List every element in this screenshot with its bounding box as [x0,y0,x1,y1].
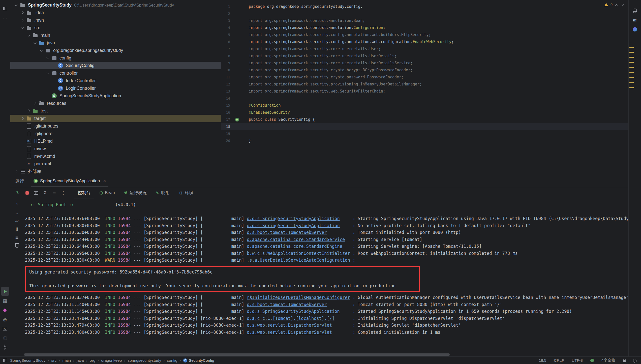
ai-assistant-icon[interactable] [631,25,639,34]
chevron-open-icon[interactable] [45,55,51,61]
tree-item-java[interactable]: java [10,39,221,47]
tree-item-logincontroller[interactable]: LoginController [10,84,221,92]
tree-item-gitattributes[interactable]: .gitattributes [10,122,221,130]
breadcrumb-item-springsecuritystudy[interactable]: springsecuritystudy [128,358,161,363]
view-tab-health[interactable]: ♥运行状况 [120,188,150,198]
tree-item-springsecuritystudy[interactable]: SpringSecurityStudyC:\Users\dragonkeep\D… [10,1,221,9]
logger-link[interactable]: o.s.boot.tomcat.TomcatWebServer [247,302,327,307]
edit-configuration-icon[interactable]: ≡ [50,189,58,197]
maven-icon[interactable]: m [631,16,639,24]
tree-item-mvnw-cmd[interactable]: mvnw.cmd [10,153,221,160]
soft-wrap-icon[interactable]: ↩ [13,217,21,225]
view-tab-console[interactable]: 控制台 [74,188,94,198]
breadcrumb-item-src[interactable]: src [51,358,57,363]
breadcrumb-item-dragonkeep[interactable]: dragonkeep [101,358,122,363]
scrollbar-thumb[interactable] [24,353,450,356]
tree-item-src[interactable]: src [10,24,221,32]
logger-link[interactable]: r$InitializeUserDetailsManagerConfigurer [247,295,350,300]
logger-link[interactable]: o.s.boot.tomcat.TomcatWebServer [247,230,327,235]
build-icon[interactable]: ▦ [1,296,9,305]
logger-link[interactable]: o.s.web.servlet.DispatcherServlet [247,330,332,335]
breadcrumb-item-java[interactable]: java [77,358,84,363]
breadcrumb-item-org[interactable]: org [90,358,95,363]
breadcrumb-item-config[interactable]: config [167,358,177,363]
readonly-lock-icon[interactable] [623,360,626,362]
inspections-widget[interactable]: 9 [604,3,624,7]
notifications-icon[interactable] [1,306,9,314]
view-tab-mapping[interactable]: ↯映射 [152,188,173,198]
spring-bean-gutter-icon[interactable] [235,118,239,122]
chevron-open-icon[interactable] [13,2,19,8]
indent-setting[interactable]: 4个空格 [601,358,615,363]
view-tab-bean[interactable]: Bean [96,188,118,198]
tree-item-mvnw[interactable]: mvnw [10,145,221,153]
chevron-closed-icon[interactable] [20,9,26,16]
tree-item-controller[interactable]: controller [10,69,221,77]
thread-dump-icon[interactable] [32,189,40,197]
scroll-down-icon[interactable]: ↓ [13,209,21,217]
chevron-open-icon[interactable] [39,47,45,54]
tree-item-springsecuritystudyapplication[interactable]: SpringSecurityStudyApplication [10,92,221,100]
chevron-closed-icon[interactable] [13,168,19,175]
run-content-tab[interactable]: SpringSecurityStudyApplication × [31,175,108,187]
tree-item-mvn[interactable]: .mvn [10,16,221,24]
chevron-closed-icon[interactable] [20,115,26,122]
tree-item-target[interactable]: target [10,115,221,122]
chevron-open-icon[interactable] [45,70,51,76]
tree-item-help-md[interactable]: HELP.md [10,137,221,145]
chevron-closed-icon[interactable] [26,108,32,114]
breadcrumb-item-main[interactable]: main [62,358,71,363]
console-horizontal-scrollbar[interactable] [10,353,628,356]
scroll-up-icon[interactable]: ↑ [13,201,21,209]
print-icon[interactable]: ≣ [13,233,21,241]
terminal-icon[interactable] [1,324,9,333]
chevron-open-icon[interactable] [20,24,26,31]
tree-item-org-dragonkeep-springsecuritystudy[interactable]: org.dragonkeep.springsecuritystudy [10,47,221,54]
chevron-closed-icon[interactable] [20,17,26,23]
logger-link[interactable]: o.apache.catalina.core.StandardService [247,237,345,242]
logger-link[interactable]: o.d.s.SpringSecurityStudyApplication [247,223,340,228]
chevron-open-icon[interactable] [32,40,38,46]
tree-item-config[interactable]: config [10,54,221,62]
status-window-icon[interactable] [3,359,7,362]
chevron-open-icon[interactable] [26,32,32,39]
scroll-to-end-icon[interactable]: ⇊ [13,225,21,233]
more-icon[interactable]: ⋮ [59,189,67,197]
run-dashboard-icon[interactable]: ◎ [1,315,9,324]
close-tab-icon[interactable]: × [103,178,106,184]
clear-console-icon[interactable] [13,241,21,249]
tree-item-node[interactable]: 外部库 [10,168,221,175]
chevron-closed-icon[interactable] [32,100,38,107]
logger-link[interactable]: b.w.c.s.WebApplicationContextInitializer [247,251,350,256]
editor[interactable]: 1package org.dragonkeep.springsecurityst… [221,0,628,175]
file-encoding[interactable]: UTF-8 [572,358,583,363]
stop-icon[interactable] [23,189,31,197]
prev-warning-icon[interactable] [615,3,618,7]
tree-item-main[interactable]: main [10,32,221,39]
next-warning-icon[interactable] [621,3,624,7]
logger-link[interactable]: o.d.s.SpringSecurityStudyApplication [247,309,340,314]
database-icon[interactable] [631,6,639,15]
commit-icon[interactable] [1,343,9,352]
view-tab-env[interactable]: {}环境 [175,188,197,198]
more-tools-icon[interactable]: ⋯ [1,14,9,22]
logger-link[interactable]: o.apache.catalina.core.StandardEngine [247,244,342,249]
breadcrumb-item-springsecuritystudy[interactable]: SpringSecurityStudy [10,358,45,363]
problems-icon[interactable] [1,334,9,342]
line-separator[interactable]: CRLF [554,358,564,363]
tree-item-pom-xml[interactable]: pom.xml [10,160,221,168]
heap-dump-icon[interactable]: ↧ [41,189,49,197]
logger-link[interactable]: o.a.c.c.C.[Tomcat].[localhost].[/] [247,316,334,321]
logger-link[interactable]: .s.a.UserDetailsServiceAutoConfiguration [247,258,350,263]
logger-link[interactable]: o.d.s.SpringSecurityStudyApplication [247,216,340,221]
notifications-bell-icon[interactable] [633,359,636,362]
tree-item-idea[interactable]: .idea [10,9,221,16]
tree-item-gitignore[interactable]: .gitignore [10,130,221,137]
logger-link[interactable]: o.s.web.servlet.DispatcherServlet [247,323,332,328]
tree-item-securityconfig[interactable]: SecurityConfig [10,62,221,69]
tree-item-indexcontroller[interactable]: IndexController [10,77,221,84]
console-output[interactable]: :: Spring Boot :: (v4.0.1)2025-12-25T23:… [23,198,628,353]
caret-position[interactable]: 18:5 [539,358,546,363]
breadcrumb-item-securityconfig[interactable]: CSecurityConfig [183,358,214,363]
tree-item-resources[interactable]: resources [10,100,221,107]
